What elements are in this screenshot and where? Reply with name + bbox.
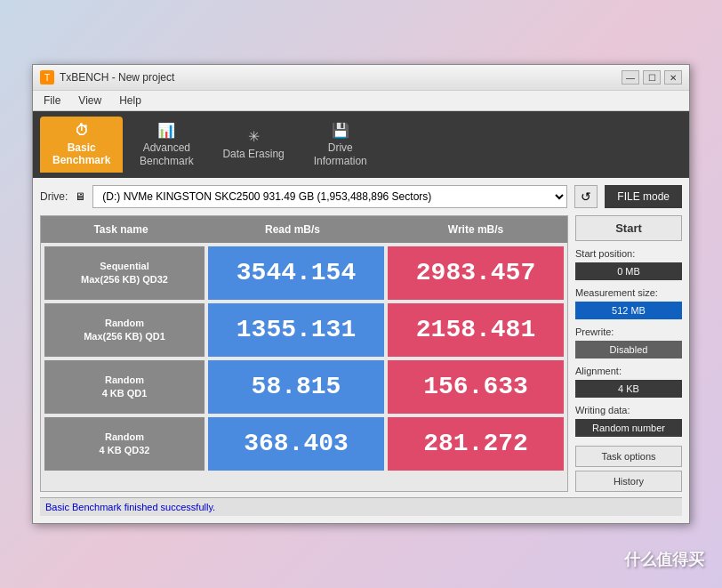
start-position-label: Start position: [575,248,682,259]
col-task-name: Task name [41,216,201,243]
window-title: TxBENCH - New project [60,71,174,84]
row-2-read: 1355.131 [208,303,384,357]
drive-refresh-button[interactable]: ↺ [574,185,598,208]
history-button[interactable]: History [575,471,682,492]
table-row: Sequential Max(256 KB) QD32 3544.154 298… [44,246,564,300]
tab-erasing-label: Data Erasing [222,148,284,160]
prewrite-value: Disabled [575,341,682,358]
menu-file[interactable]: File [40,93,64,109]
measurement-size-value: 512 MB [575,302,682,319]
row-3-label: Random 4 KB QD1 [44,360,205,414]
tab-drive-label: DriveInformation [314,141,367,167]
row-3-write: 156.633 [388,360,564,414]
tab-advanced-benchmark[interactable]: 📊 AdvancedBenchmark [126,117,206,173]
row-2-write: 2158.481 [388,303,564,357]
file-mode-button[interactable]: FILE mode [605,185,682,208]
row-1-label: Sequential Max(256 KB) QD32 [44,246,205,300]
basic-benchmark-icon: ⏱ [75,123,89,139]
data-erasing-icon: ✳ [248,128,260,145]
prewrite-label: Prewrite: [575,326,682,337]
menu-help[interactable]: Help [116,93,145,109]
watermark: 什么值得买 [624,549,704,570]
drive-row: Drive: 🖥 (D:) NVMe KINGSTON SKC2500 931.… [40,185,682,208]
row-2-label: Random Max(256 KB) QD1 [44,303,205,357]
main-layout: Task name Read mB/s Write mB/s Sequentia… [40,215,682,492]
tab-basic-benchmark[interactable]: ⏱ BasicBenchmark [40,117,123,173]
menu-view[interactable]: View [75,93,105,109]
table-row: Random 4 KB QD1 58.815 156.633 [44,360,564,414]
row-1-read: 3544.154 [208,246,384,300]
status-text: Basic Benchmark finished successfully. [45,502,215,512]
row-4-label: Random 4 KB QD32 [44,417,205,471]
window-controls: — ☐ ✕ [622,70,682,85]
tab-drive-information[interactable]: 💾 DriveInformation [301,117,381,173]
col-read: Read mB/s [201,216,384,243]
app-icon: T [40,70,54,85]
drive-select[interactable]: (D:) NVMe KINGSTON SKC2500 931.49 GB (1,… [92,185,567,208]
title-bar: T TxBENCH - New project — ☐ ✕ [33,65,689,91]
close-button[interactable]: ✕ [664,70,682,85]
advanced-benchmark-icon: 📊 [157,122,175,139]
alignment-value: 4 KB [575,380,682,398]
alignment-label: Alignment: [575,366,682,376]
sidebar: Start Start position: 0 MB Measurement s… [575,215,682,492]
tab-data-erasing[interactable]: ✳ Data Erasing [210,117,296,173]
col-write: Write mB/s [384,216,567,243]
main-window: T TxBENCH - New project — ☐ ✕ File View … [32,64,690,524]
drive-info-icon: 💾 [332,122,349,139]
maximize-button[interactable]: ☐ [643,70,661,85]
start-position-value: 0 MB [575,262,682,280]
writing-data-value: Random number [575,419,682,437]
row-4-read: 368.403 [208,417,384,471]
table-row: Random 4 KB QD32 368.403 281.272 [44,417,564,471]
toolbar: ⏱ BasicBenchmark 📊 AdvancedBenchmark ✳ D… [33,111,689,178]
content-area: Drive: 🖥 (D:) NVMe KINGSTON SKC2500 931.… [33,178,689,523]
tab-advanced-label: AdvancedBenchmark [140,141,194,167]
tab-basic-label: BasicBenchmark [52,141,110,167]
benchmark-table: Task name Read mB/s Write mB/s Sequentia… [40,215,568,492]
drive-label: Drive: [40,190,68,203]
task-options-button[interactable]: Task options [575,446,682,467]
minimize-button[interactable]: — [622,70,639,85]
drive-icon: 🖥 [75,190,85,203]
table-row: Random Max(256 KB) QD1 1355.131 2158.481 [44,303,564,357]
status-bar: Basic Benchmark finished successfully. [40,497,682,516]
row-1-write: 2983.457 [388,246,564,300]
table-header: Task name Read mB/s Write mB/s [41,216,567,243]
start-button[interactable]: Start [575,215,682,241]
row-3-read: 58.815 [208,360,384,414]
writing-data-label: Writing data: [575,405,682,415]
menu-bar: File View Help [33,91,689,111]
row-4-write: 281.272 [388,417,564,471]
measurement-size-label: Measurement size: [575,287,682,298]
